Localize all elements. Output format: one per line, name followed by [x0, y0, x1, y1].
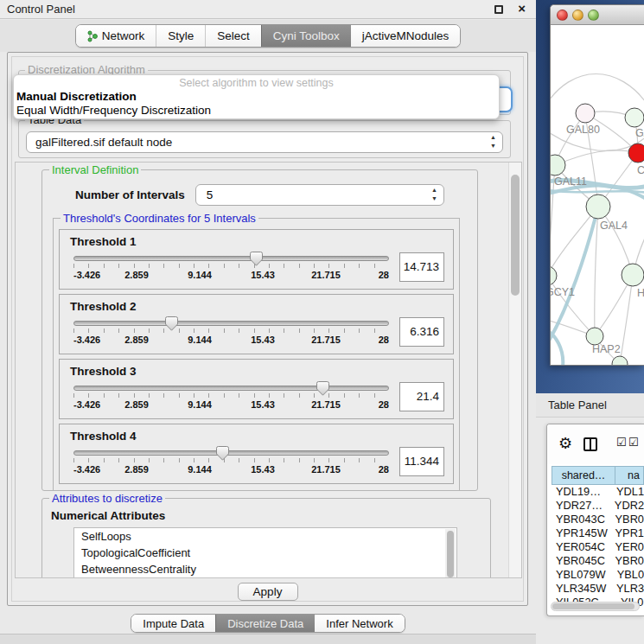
- column-layout-icon[interactable]: [583, 437, 597, 451]
- threshold-4-label: Threshold 4: [70, 430, 453, 443]
- number-of-intervals-label: Number of Intervals: [75, 184, 185, 206]
- close-icon[interactable]: ×: [518, 1, 526, 16]
- table-row[interactable]: YBL079WYBL0: [552, 568, 644, 582]
- tick-label: 28: [379, 270, 389, 280]
- algorithm-dropdown: Select algorithm to view settings Manual…: [13, 74, 500, 119]
- dropdown-option-equal-width[interactable]: Equal Width/Frequency Discretization: [14, 104, 499, 118]
- threshold-1-slider[interactable]: -3.426 2.859 9.144 15.43 21.715 28: [73, 256, 389, 281]
- node-gal-cut[interactable]: [625, 108, 644, 127]
- float-window-icon[interactable]: [494, 5, 503, 14]
- cyni-toolbox-panel: Discretization Algorithm Select algorith…: [7, 52, 528, 606]
- dropdown-option-manual[interactable]: Manual Discretization: [14, 90, 499, 104]
- slider-thumb[interactable]: [250, 252, 263, 266]
- tick-label: 2.859: [124, 399, 149, 410]
- minimize-traffic-light-icon[interactable]: [572, 10, 583, 21]
- right-region: GAL80 GA C GAL11 GAL4 GCY1 H HAP2 Table …: [536, 0, 644, 644]
- tab-impute-data[interactable]: Impute Data: [131, 615, 215, 632]
- slider-track[interactable]: [73, 256, 389, 261]
- node-gal80[interactable]: [576, 104, 595, 123]
- zoom-traffic-light-icon[interactable]: [588, 10, 599, 21]
- node-label: H: [637, 287, 644, 299]
- scrollbar-thumb[interactable]: [552, 603, 634, 609]
- apply-button[interactable]: Apply: [238, 583, 298, 601]
- node-gcy1[interactable]: [551, 266, 557, 285]
- tab-network-label: Network: [102, 29, 145, 42]
- threshold-4-slider[interactable]: -3.426 2.859 9.144 15.43 21.715 28: [73, 450, 389, 475]
- node-red-selected[interactable]: [628, 143, 644, 163]
- slider-track[interactable]: [73, 450, 389, 456]
- control-panel: Control Panel × Network Style: [0, 0, 536, 644]
- checkbox-icon[interactable]: ☑: [628, 436, 639, 449]
- tick-label: 21.715: [311, 464, 341, 475]
- number-of-intervals-value: 5: [207, 188, 214, 201]
- column-header-shared-name[interactable]: shared…: [552, 466, 615, 485]
- combo-arrows-icon[interactable]: ▲ ▼: [490, 133, 496, 150]
- node-gal11[interactable]: [551, 155, 565, 175]
- list-scrollbar[interactable]: [445, 529, 456, 577]
- threshold-1-label: Threshold 1: [70, 235, 453, 248]
- table-row[interactable]: YER054CYER0: [552, 540, 644, 554]
- attributes-list[interactable]: SelfLoops TopologicalCoefficient Between…: [73, 527, 457, 577]
- list-item[interactable]: BetweennessCentrality: [74, 561, 456, 577]
- node-h-cut[interactable]: [622, 264, 644, 286]
- tab-select-label: Select: [217, 29, 250, 42]
- table-data-combobox[interactable]: galFiltered.sif default node ▲ ▼: [26, 131, 503, 153]
- tab-jactivemnodules-label: jActiveMNodules: [362, 29, 450, 42]
- close-traffic-light-icon[interactable]: [557, 10, 568, 21]
- table-row[interactable]: YBR043CYBR0: [552, 513, 644, 526]
- tab-select[interactable]: Select: [205, 25, 261, 47]
- vertical-scrollbar[interactable]: [508, 163, 521, 577]
- tab-cyni-toolbox[interactable]: Cyni Toolbox: [261, 25, 351, 47]
- slider-thumb[interactable]: [316, 381, 329, 396]
- thresholds-group: Threshold's Coordinates for 5 Intervals …: [53, 218, 460, 491]
- table-row[interactable]: YPR145WYPR1: [552, 526, 644, 540]
- table-toolbar: ⚙ ☑ ☑: [547, 424, 644, 464]
- table-row[interactable]: YDL19…YDL1: [552, 485, 644, 499]
- number-of-intervals-spinner[interactable]: 5 ▲ ▼: [195, 184, 444, 206]
- threshold-1-value-field[interactable]: 14.713: [399, 252, 444, 282]
- tick-label: -3.426: [73, 335, 100, 345]
- table-row[interactable]: YDR27…YDR2: [552, 499, 644, 513]
- slider-scale: -3.426 2.859 9.144 15.43 21.715 28: [73, 270, 389, 281]
- slider-track[interactable]: [73, 321, 389, 326]
- table-data-selected-value: galFiltered.sif default node: [35, 136, 172, 149]
- checkbox-icon[interactable]: ☑: [616, 436, 627, 449]
- tick-label: 9.144: [188, 399, 212, 410]
- arrow-down-icon: ▼: [490, 142, 496, 150]
- horizontal-scrollbar[interactable]: [551, 602, 640, 611]
- network-canvas[interactable]: GAL80 GA C GAL11 GAL4 GCY1 H HAP2: [551, 25, 644, 365]
- tab-infer-network[interactable]: Infer Network: [315, 615, 404, 632]
- tick-label: 9.144: [188, 335, 212, 345]
- slider-thumb[interactable]: [165, 316, 178, 331]
- network-window-titlebar[interactable]: [551, 5, 644, 25]
- threshold-3-value-field[interactable]: 21.4: [399, 382, 444, 411]
- tick-label: 2.859: [124, 270, 149, 280]
- threshold-4-value-field[interactable]: 11.344: [399, 447, 444, 476]
- tab-discretize-data[interactable]: Discretize Data: [215, 615, 315, 632]
- tab-jactivemnodules[interactable]: jActiveMNodules: [351, 25, 461, 47]
- threshold-3-slider[interactable]: -3.426 2.859 9.144 15.43 21.715 28: [73, 386, 389, 411]
- slider-track[interactable]: [73, 386, 389, 391]
- cell-shared-name: YDL19…: [552, 485, 611, 499]
- node-hap2[interactable]: [586, 328, 603, 345]
- list-item[interactable]: SelfLoops: [74, 528, 456, 545]
- tab-network[interactable]: Network: [76, 25, 156, 47]
- threshold-2-value-field[interactable]: 6.316: [399, 317, 444, 347]
- threshold-2-slider[interactable]: -3.426 2.859 9.144 15.43 21.715 28: [73, 321, 389, 346]
- spinner-arrows-icon[interactable]: ▲ ▼: [431, 186, 437, 203]
- node-label: C: [637, 164, 644, 176]
- column-header-name[interactable]: na: [615, 466, 644, 485]
- scrollbar-thumb[interactable]: [447, 531, 454, 577]
- table-row[interactable]: YBR045CYBR0: [552, 554, 644, 568]
- tab-style[interactable]: Style: [156, 25, 205, 47]
- table-row[interactable]: YLR345WYLR3: [552, 582, 644, 596]
- node-bottom-cut[interactable]: [612, 356, 628, 365]
- scrollbar-thumb[interactable]: [511, 175, 520, 296]
- node-label: GAL80: [566, 124, 600, 136]
- list-item[interactable]: TopologicalCoefficient: [74, 545, 456, 561]
- cell-name: YBL0: [612, 568, 644, 582]
- cell-name: YDL1: [611, 485, 644, 499]
- slider-thumb[interactable]: [216, 446, 229, 461]
- gear-icon[interactable]: ⚙: [558, 434, 572, 453]
- node-gal4[interactable]: [586, 194, 610, 219]
